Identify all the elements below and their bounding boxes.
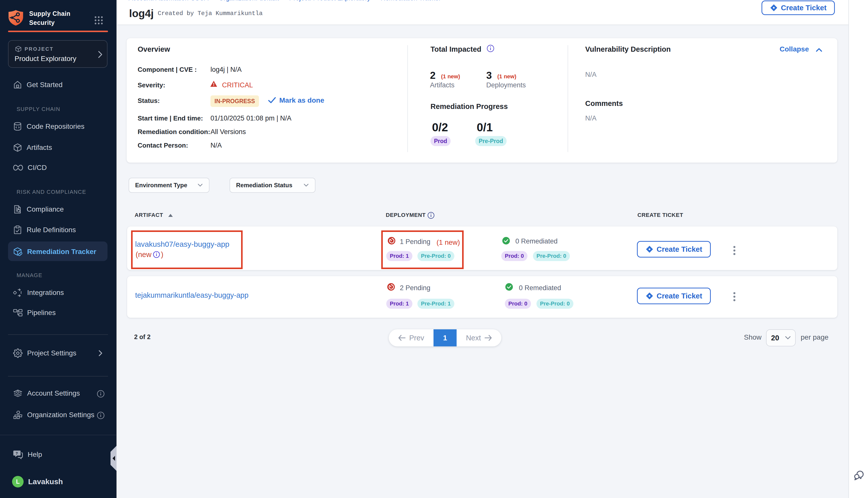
svg-text:?: ? (16, 451, 18, 455)
